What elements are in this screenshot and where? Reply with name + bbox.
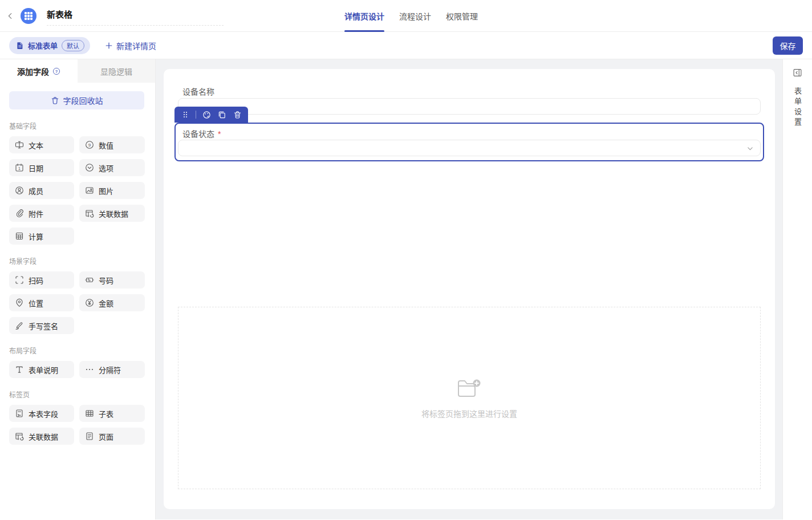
- tab-process-design[interactable]: 流程设计: [399, 0, 431, 32]
- member-icon: [15, 186, 24, 195]
- field-item-amount[interactable]: 金额: [79, 294, 145, 311]
- signature-icon: [15, 321, 24, 330]
- field-item-calculation[interactable]: 计算: [9, 228, 74, 245]
- top-tabs: 详情页设计 流程设计 权限管理: [344, 0, 478, 32]
- field-recycle-bin-button[interactable]: 字段回收站: [9, 91, 144, 109]
- palette-icon[interactable]: [201, 109, 212, 120]
- help-circle-icon[interactable]: ?: [52, 67, 60, 75]
- field-item-label: 位置: [29, 298, 43, 308]
- field-item-image[interactable]: 图片: [79, 182, 145, 199]
- editable-title-area[interactable]: 新表格: [47, 6, 224, 26]
- form-pill-label: 标准表单: [28, 40, 58, 51]
- new-detail-page-button[interactable]: 新建详情页: [105, 40, 156, 51]
- image-icon: [85, 186, 94, 195]
- tab-page-dropzone[interactable]: 将标签页拖到这里进行设置: [178, 307, 761, 489]
- field-item-label: 扫码: [29, 275, 43, 286]
- form-card: 设备名称 设备状态*: [164, 69, 775, 509]
- sub-bar: 标准表单 默认 新建详情页 保存: [0, 32, 812, 59]
- field-recycle-bin-label: 字段回收站: [63, 95, 103, 106]
- text-t-icon: [15, 365, 24, 374]
- field-item-this-form-fields[interactable]: 本表字段: [9, 405, 74, 422]
- phone-number-icon: [85, 275, 94, 285]
- svg-text:1: 1: [18, 166, 21, 170]
- device-status-select[interactable]: [178, 140, 761, 156]
- back-button[interactable]: [3, 9, 17, 23]
- folder-plus-icon: [456, 377, 483, 400]
- sidebar-tab-add-field[interactable]: 添加字段 ?: [0, 59, 78, 83]
- field-item-divider[interactable]: 分隔符: [79, 361, 145, 378]
- relation-data-icon: [15, 432, 24, 441]
- subtable-icon: [85, 409, 94, 418]
- chevron-down-icon: [746, 145, 754, 152]
- field-item-number[interactable]: 9 数值: [79, 136, 145, 153]
- tab-detail-page-design[interactable]: 详情页设计: [344, 0, 384, 32]
- sidebar-tabs: 添加字段 ? 显隐逻辑: [0, 59, 155, 83]
- field-item-relation-data[interactable]: 关联数据: [79, 205, 145, 222]
- option-chevron-icon: [85, 163, 94, 172]
- field-item-member[interactable]: 成员: [9, 182, 74, 199]
- form-canvas[interactable]: 设备名称 设备状态*: [156, 59, 782, 519]
- field-item-scan-code[interactable]: 扫码: [9, 271, 74, 289]
- field-item-phone-number[interactable]: 号码: [79, 271, 145, 289]
- selected-field-device-status[interactable]: 设备状态*: [174, 123, 764, 161]
- toolbar-divider: [196, 111, 196, 119]
- field-item-attachment[interactable]: 附件: [9, 205, 74, 222]
- trash-icon: [51, 96, 59, 105]
- required-asterisk: *: [218, 129, 221, 139]
- divider-dots-icon: [85, 365, 94, 374]
- currency-icon: [85, 298, 94, 307]
- field-item-label: 附件: [29, 208, 43, 219]
- dropzone-hint: 将标签页拖到这里进行设置: [421, 408, 517, 419]
- field-item-label: 子表: [99, 408, 113, 419]
- field-sidebar: 添加字段 ? 显隐逻辑 字段回收站 基础字段 文本 9 数值: [0, 59, 156, 519]
- field-item-text[interactable]: 文本: [9, 136, 74, 153]
- field-item-label: 关联数据: [99, 208, 128, 219]
- section-title-tab-pages: 标签页: [9, 389, 144, 399]
- section-title-basic-fields: 基础字段: [9, 121, 144, 131]
- calendar-icon: 1: [15, 163, 24, 172]
- field-item-option[interactable]: 选项: [79, 159, 145, 176]
- field-item-page[interactable]: 页面: [79, 428, 145, 445]
- back-chevron-icon: [6, 12, 14, 20]
- section-title-layout-fields: 布局字段: [9, 346, 144, 355]
- form-settings-rail: 表单设置: [782, 59, 812, 519]
- field-item-label: 手写签名: [29, 320, 58, 331]
- scene-fields-grid: 扫码 号码 位置 金额 手写签名: [9, 271, 144, 334]
- sidebar-tab-show-hide-logic[interactable]: 显隐逻辑: [78, 59, 155, 83]
- collapse-panel-icon[interactable]: [792, 67, 803, 78]
- field-item-label: 本表字段: [29, 408, 58, 419]
- field-item-label: 成员: [29, 185, 43, 196]
- form-settings-label[interactable]: 表单设置: [792, 87, 803, 128]
- field-item-subtable[interactable]: 子表: [79, 405, 145, 422]
- save-button[interactable]: 保存: [773, 36, 803, 55]
- tab-permission-management[interactable]: 权限管理: [446, 0, 478, 32]
- copy-icon[interactable]: [217, 109, 227, 120]
- field-item-label: 数值: [99, 140, 113, 151]
- field-item-relation-data-tab[interactable]: 关联数据: [9, 428, 74, 445]
- delete-icon[interactable]: [232, 109, 242, 120]
- field-item-date[interactable]: 1 日期: [9, 159, 74, 176]
- field-item-label: 分隔符: [99, 364, 121, 375]
- this-form-fields-icon: [15, 409, 24, 418]
- top-bar: 新表格 详情页设计 流程设计 权限管理: [0, 0, 812, 32]
- field-item-label: 文本: [29, 140, 43, 151]
- main-area: 添加字段 ? 显隐逻辑 字段回收站 基础字段 文本 9 数值: [0, 59, 812, 519]
- section-title-scene-fields: 场景字段: [9, 256, 144, 266]
- field-item-location[interactable]: 位置: [9, 294, 74, 311]
- field-item-signature[interactable]: 手写签名: [9, 317, 74, 334]
- field-item-label: 号码: [99, 275, 113, 286]
- default-badge: 默认: [62, 40, 84, 51]
- number-icon: 9: [85, 140, 94, 149]
- new-detail-page-label: 新建详情页: [116, 40, 156, 51]
- drag-handle-icon[interactable]: [180, 109, 190, 120]
- device-name-input[interactable]: [178, 98, 761, 115]
- tab-pages-grid: 本表字段 子表 关联数据 页面: [9, 405, 144, 445]
- calculator-icon: [15, 231, 24, 241]
- sidebar-body: 字段回收站 基础字段 文本 9 数值 1 日期 选项: [0, 83, 155, 445]
- field-label-device-name: 设备名称: [182, 86, 214, 97]
- relation-data-icon: [85, 209, 94, 218]
- app-grid-icon: [21, 8, 36, 24]
- field-item-form-description[interactable]: 表单说明: [9, 361, 74, 378]
- form-pill-standard-form[interactable]: 标准表单 默认: [9, 37, 90, 54]
- location-pin-icon: [15, 298, 24, 307]
